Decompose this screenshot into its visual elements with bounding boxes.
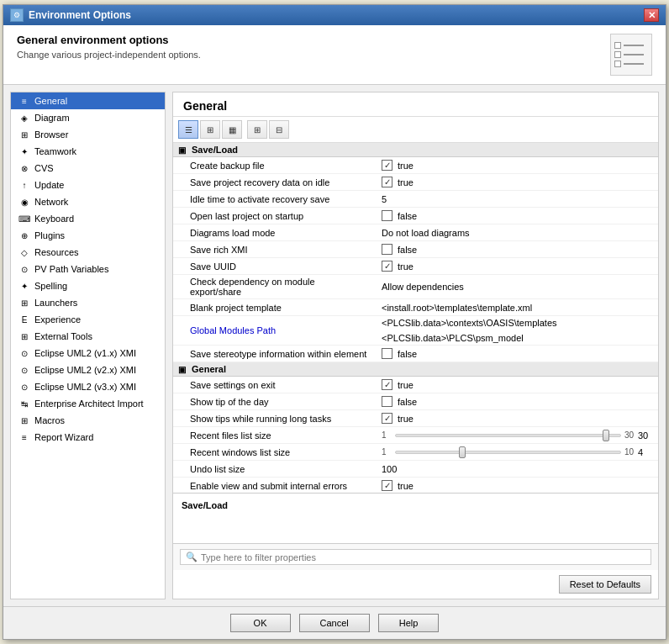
ok-button[interactable]: OK xyxy=(230,614,291,632)
section-save-load[interactable]: ▣ Save/Load xyxy=(173,143,658,157)
checkbox-recovery-data[interactable] xyxy=(382,177,392,187)
sidebar-label-update: Update xyxy=(34,180,64,190)
list-icon: ≡ xyxy=(18,94,31,108)
sidebar-item-ea-import[interactable]: ↹ Enterprise Architect Import xyxy=(11,395,165,412)
prop-label-blank-template: Blank project template xyxy=(173,301,375,314)
help-button[interactable]: Help xyxy=(378,614,440,632)
browser-icon: ⊞ xyxy=(18,128,31,141)
sidebar-item-cvs[interactable]: ⊗ CVS xyxy=(11,160,165,177)
prop-label-recent-windows: Recent windows list size xyxy=(173,446,375,459)
reset-to-defaults-button[interactable]: Reset to Defaults xyxy=(559,575,651,594)
icon-view-button[interactable]: ▦ xyxy=(222,120,242,139)
prop-label-internal-errors: Enable view and submit internal errors xyxy=(173,479,375,493)
keyboard-icon: ⌨ xyxy=(18,212,31,225)
sidebar-item-launchers[interactable]: ⊞ Launchers xyxy=(11,294,165,311)
prop-value-save-uuid: true xyxy=(375,259,658,273)
launchers-icon: ⊞ xyxy=(18,296,31,309)
checkbox-show-tip[interactable] xyxy=(382,396,392,407)
sidebar-item-resources[interactable]: ◇ Resources xyxy=(11,244,165,261)
sidebar-label-diagram: Diagram xyxy=(34,113,70,123)
sidebar-item-pv-path[interactable]: ⊙ PV Path Variables xyxy=(11,261,165,277)
sidebar-item-network[interactable]: ◉ Network xyxy=(11,193,165,210)
prop-blank-template: Blank project template <install.root>\te… xyxy=(173,299,658,316)
prop-label-show-tip: Show tip of the day xyxy=(173,395,375,409)
prop-recent-windows: Recent windows list size 1 10 4 xyxy=(173,444,658,461)
slider-track-recent-files[interactable] xyxy=(395,434,621,437)
collapse-icon-general: ▣ xyxy=(178,365,188,374)
bottom-buttons: Reset to Defaults xyxy=(173,570,658,599)
cancel-button[interactable]: Cancel xyxy=(299,614,370,632)
sidebar-item-browser[interactable]: ⊞ Browser xyxy=(11,126,165,143)
macros-icon: ⊞ xyxy=(18,414,31,427)
properties-area[interactable]: ▣ Save/Load Create backup file true Save… xyxy=(173,143,658,493)
prop-internal-errors: Enable view and submit internal errors t… xyxy=(173,478,658,493)
prop-global-modules: Global Modules Path <PLCSlib.data>\conte… xyxy=(173,316,658,346)
checkbox-save-uuid[interactable] xyxy=(382,261,392,272)
slider-value-recent-files: 30 xyxy=(638,430,651,441)
slider-min-label-recent-files: 1 xyxy=(382,430,392,440)
sidebar-label-eclipse-xmi1: Eclipse UML2 (v1.x) XMI xyxy=(34,348,136,358)
sidebar-item-report-wizard[interactable]: ≡ Report Wizard xyxy=(11,429,165,446)
slider-track-recent-windows[interactable] xyxy=(395,451,621,454)
prop-value-recovery-data: true xyxy=(375,175,658,189)
prop-recovery-data: Save project recovery data on idle true xyxy=(173,174,658,191)
cvs-icon: ⊗ xyxy=(18,161,31,175)
prop-save-settings: Save settings on exit true xyxy=(173,377,658,393)
sidebar-label-ea-import: Enterprise Architect Import xyxy=(34,399,144,409)
eclipse-icon-2: ⊙ xyxy=(18,363,31,377)
sidebar-label-spelling: Spelling xyxy=(34,281,67,291)
section-label-save-load: Save/Load xyxy=(192,145,238,155)
list-view-button[interactable]: ☰ xyxy=(178,120,198,139)
prop-open-last: Open last project on startup false xyxy=(173,208,658,224)
checkbox-show-tips-tasks[interactable] xyxy=(382,413,392,424)
sidebar-label-resources: Resources xyxy=(34,247,79,257)
sidebar-item-keyboard[interactable]: ⌨ Keyboard xyxy=(11,210,165,227)
sidebar-item-macros[interactable]: ⊞ Macros xyxy=(11,412,165,429)
sidebar-item-eclipse-xmi1[interactable]: ⊙ Eclipse UML2 (v1.x) XMI xyxy=(11,345,165,362)
sidebar-item-teamwork[interactable]: ✦ Teamwork xyxy=(11,143,165,160)
close-button[interactable]: ✕ xyxy=(644,8,659,22)
teamwork-icon: ✦ xyxy=(18,145,31,158)
description-area: Save/Load xyxy=(173,493,658,543)
slider-thumb-recent-files[interactable] xyxy=(603,430,609,441)
filter-input-wrap: 🔍 xyxy=(180,549,651,565)
sidebar-item-diagram[interactable]: ◈ Diagram xyxy=(11,109,165,126)
checkbox-create-backup[interactable] xyxy=(382,160,392,171)
sidebar-item-spelling[interactable]: ✦ Spelling xyxy=(11,277,165,294)
content-title: General xyxy=(173,92,658,117)
prop-value-global-modules: <PLCSlib.data>\contexts\OASIS\templates … xyxy=(375,316,658,345)
detail-view-button[interactable]: ⊞ xyxy=(200,120,220,139)
checkbox-stereotype[interactable] xyxy=(382,348,392,359)
sidebar-label-browser: Browser xyxy=(34,129,68,140)
slider-max-label-recent-windows: 10 xyxy=(624,447,635,457)
checkbox-save-rich-xmi[interactable] xyxy=(382,244,392,255)
checkbox-save-settings[interactable] xyxy=(382,379,392,390)
sidebar-item-external-tools[interactable]: ⊞ External Tools xyxy=(11,328,165,345)
sidebar-item-eclipse-xmi3[interactable]: ⊙ Eclipse UML2 (v3.x) XMI xyxy=(11,378,165,395)
title-bar-left: ⚙ Environment Options xyxy=(10,8,131,22)
sidebar-item-plugins[interactable]: ⊕ Plugins xyxy=(11,227,165,244)
sidebar-label-general: General xyxy=(34,96,67,106)
collapse-all-button[interactable]: ⊟ xyxy=(269,120,289,139)
title-bar: ⚙ Environment Options ✕ xyxy=(3,5,666,25)
filter-input[interactable] xyxy=(201,552,645,562)
sidebar-item-experience[interactable]: E Experience xyxy=(11,311,165,328)
header-icon xyxy=(610,34,652,76)
checkbox-open-last[interactable] xyxy=(382,210,392,221)
sidebar-item-general[interactable]: ≡ General xyxy=(11,92,165,109)
path-icon: ⊙ xyxy=(18,262,31,276)
section-general[interactable]: ▣ General xyxy=(173,362,658,377)
sidebar-item-eclipse-xmi2[interactable]: ⊙ Eclipse UML2 (v2.x) XMI xyxy=(11,362,165,378)
prop-label-stereotype: Save stereotype information within eleme… xyxy=(173,347,375,361)
sidebar-item-update[interactable]: ↑ Update xyxy=(11,177,165,193)
icon-square-2 xyxy=(614,51,621,58)
checkbox-internal-errors[interactable] xyxy=(382,480,392,491)
prop-label-diagrams-load: Diagrams load mode xyxy=(173,226,375,240)
prop-diagrams-load-mode: Diagrams load mode Do not load diagrams xyxy=(173,224,658,241)
prop-label-recovery-data: Save project recovery data on idle xyxy=(173,176,375,189)
expand-all-button[interactable]: ⊞ xyxy=(247,120,267,139)
icon-line-3 xyxy=(624,63,644,65)
report-icon: ≡ xyxy=(18,430,31,444)
slider-thumb-recent-windows[interactable] xyxy=(459,446,466,458)
sidebar-label-macros: Macros xyxy=(34,415,65,425)
